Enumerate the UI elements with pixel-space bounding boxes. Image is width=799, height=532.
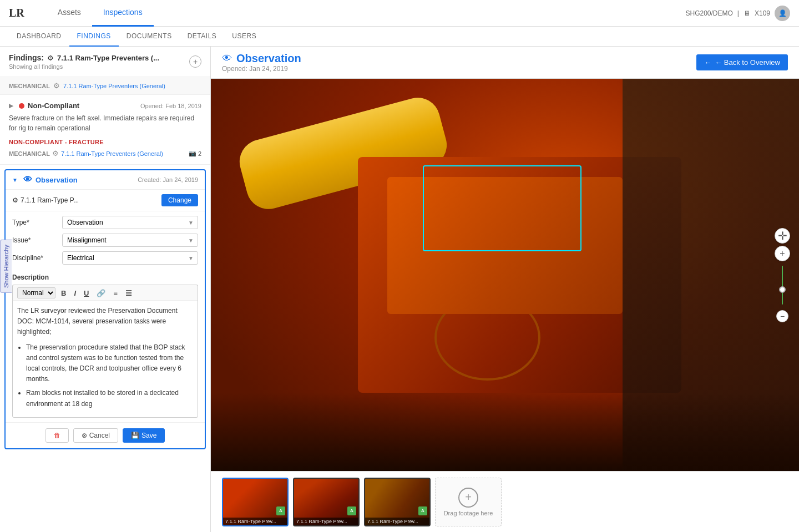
cancel-label: Cancel	[89, 432, 110, 439]
nav-tab-inspections[interactable]: Inspections	[92, 0, 154, 27]
zoom-in-button[interactable]: +	[775, 246, 790, 261]
editor-bullets: The preservation procedure stated that t…	[17, 342, 193, 409]
link-button[interactable]: 🔗	[94, 288, 108, 298]
back-arrow-icon: ←	[704, 58, 711, 67]
cancel-icon: ⊗	[82, 432, 87, 439]
thumb-label-2: 7.1.1 Ram-Type Prev...	[294, 518, 358, 525]
non-compliant-description: Severe fracture on the left axel. Immedi…	[9, 113, 201, 133]
zoom-thumb[interactable]	[779, 286, 786, 293]
sub-tab-documents[interactable]: DOCUMENTS	[119, 27, 180, 47]
image-area: ✛ + −	[211, 79, 799, 471]
nav-tab-assets[interactable]: Assets	[47, 0, 92, 27]
code-badge: 🖥	[744, 9, 750, 17]
thumb-label-1: 7.1.1 Ram-Type Prev...	[223, 518, 287, 525]
sidebar-title: Findings:	[9, 53, 44, 62]
top-nav: LR Assets Inspections SHG200/DEMO | 🖥 X1…	[0, 0, 799, 27]
discipline-field-row: Discipline* Electrical ▼	[12, 251, 198, 265]
expand-caret[interactable]: ▶	[9, 103, 13, 109]
description-label: Description	[12, 273, 198, 281]
issue-label: Issue*	[12, 236, 62, 244]
save-button[interactable]: 💾 Save	[123, 428, 165, 443]
obs-asset-row: ⚙ 7.1.1 Ram-Type P... Change	[6, 190, 205, 211]
main-content: 👁 Observation Opened: Jan 24, 2019 ← ← B…	[211, 47, 799, 532]
camera-badge: 📷 2	[189, 150, 201, 157]
non-compliant-tag: NON-COMPLIANT - FRACTURE	[9, 139, 104, 145]
thumbnails-row: 7.1.1 Ram-Type Prev... 7.1.1 Ram-Type Pr…	[211, 471, 799, 532]
change-asset-button[interactable]: Change	[161, 194, 198, 206]
left-sidebar: Findings: ⚙ 7.1.1 Ram-Type Preventers (.…	[0, 47, 211, 532]
bold-button[interactable]: B	[59, 288, 68, 298]
delete-button[interactable]: 🗑	[45, 428, 69, 443]
card-actions: 🗑 ⊗ Cancel 💾 Save	[6, 422, 205, 448]
editor-paragraph: The LR surveyor reviewed the Preservatio…	[17, 306, 193, 338]
back-to-overview-button[interactable]: ← ← Back to Overview	[696, 54, 788, 70]
drag-footage-area[interactable]: + Drag footage here	[435, 478, 502, 526]
zoom-track-container	[782, 264, 783, 308]
content-header: 👁 Observation Opened: Jan 24, 2019 ← ← B…	[211, 47, 799, 79]
obs-collapse-caret[interactable]: ▼	[12, 177, 18, 183]
type-field-row: Type* Observation ▼	[12, 216, 198, 229]
zoom-track	[782, 266, 783, 305]
prev-gear-icon: ⚙	[53, 82, 60, 90]
thumb-icon-1	[276, 506, 285, 515]
sidebar-gear-icon: ⚙	[47, 54, 54, 62]
non-compliant-date: Opened: Feb 18, 2019	[140, 103, 201, 109]
show-hierarchy-tab[interactable]: Show Hierarchy	[0, 240, 12, 293]
editor-toolbar: Normal B I U 🔗 ≡ ☰	[12, 285, 198, 301]
save-icon: 💾	[131, 432, 139, 439]
underline-button[interactable]: U	[82, 288, 91, 298]
bullet-item-2: Ram blocks not installed to be stored in…	[26, 388, 193, 409]
delete-icon: 🗑	[54, 432, 60, 439]
unordered-list-button[interactable]: ☰	[123, 288, 134, 298]
obs-eye-icon: 👁	[23, 175, 32, 185]
bullet-item-1: The preservation procedure stated that t…	[26, 342, 193, 385]
zoom-out-button[interactable]: −	[776, 310, 788, 322]
thumbnail-3[interactable]: 7.1.1 Ram-Type Prev...	[364, 478, 431, 526]
thumb-icon-2	[347, 506, 356, 515]
findings-list: MECHANICAL ⚙ 7.1.1 Ram-Type Preventers (…	[0, 77, 210, 532]
prev-finding-row: MECHANICAL ⚙ 7.1.1 Ram-Type Preventers (…	[0, 77, 210, 95]
issue-field-row: Issue* Misalignment ▼	[12, 234, 198, 247]
sidebar-asset-name: 7.1.1 Ram-Type Preventers (...	[57, 54, 159, 62]
type-select[interactable]: Observation	[62, 216, 198, 229]
thumbnail-1[interactable]: 7.1.1 Ram-Type Prev...	[222, 478, 289, 526]
prev-mechanical-label: MECHANICAL	[9, 83, 50, 89]
editor-style-select[interactable]: Normal	[17, 287, 55, 298]
prev-finding-link[interactable]: 7.1.1 Ram-Type Preventers (General)	[63, 83, 165, 89]
issue-select[interactable]: Misalignment	[62, 234, 198, 247]
editor-content[interactable]: The LR surveyor reviewed the Preservatio…	[12, 301, 198, 418]
discipline-select[interactable]: Electrical	[62, 251, 198, 265]
sub-tab-dashboard[interactable]: DASHBOARD	[9, 27, 69, 47]
sub-tab-findings[interactable]: FINDINGS	[69, 27, 119, 47]
sub-tab-users[interactable]: USERS	[224, 27, 264, 47]
image-selection-box[interactable]	[423, 165, 581, 252]
main-image[interactable]	[211, 79, 799, 471]
top-right-info: SHG200/DEMO | 🖥 X109 👤	[685, 6, 790, 21]
sub-tab-details[interactable]: DETAILS	[180, 27, 225, 47]
add-finding-button[interactable]: +	[189, 55, 201, 68]
italic-button[interactable]: I	[72, 288, 78, 298]
main-eye-icon: 👁	[222, 53, 232, 64]
drag-label: Drag footage here	[444, 510, 493, 516]
nc-mechanical-label: MECHANICAL	[9, 150, 50, 157]
nc-link[interactable]: 7.1.1 Ram-Type Preventers (General)	[61, 150, 163, 157]
demo-info: SHG200/DEMO	[685, 9, 732, 17]
thumbnail-2[interactable]: 7.1.1 Ram-Type Prev...	[293, 478, 360, 526]
drag-plus-icon: +	[458, 488, 478, 508]
thumb-label-3: 7.1.1 Ram-Type Prev...	[365, 518, 429, 525]
asset-gear-icon: ⚙	[12, 196, 18, 204]
save-label: Save	[141, 432, 156, 439]
discipline-label: Discipline*	[12, 254, 62, 262]
app-logo: LR	[9, 7, 24, 19]
red-status-icon	[19, 103, 24, 109]
back-label: ← Back to Overview	[715, 58, 780, 67]
move-icon[interactable]: ✛	[775, 228, 790, 244]
thumb-icon-3	[418, 506, 427, 515]
obs-created-date: Created: Jan 24, 2019	[138, 176, 198, 183]
nav-tabs: Assets Inspections	[47, 0, 154, 27]
ordered-list-button[interactable]: ≡	[111, 288, 120, 298]
non-compliant-title: Non-Compliant	[28, 102, 79, 110]
user-avatar[interactable]: 👤	[775, 6, 790, 21]
code-value: X109	[755, 9, 770, 17]
cancel-button[interactable]: ⊗ Cancel	[73, 428, 118, 443]
